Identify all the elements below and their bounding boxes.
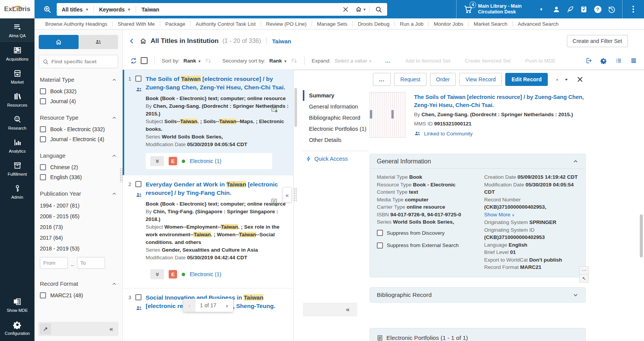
detail-nav-general-information[interactable]: General Information bbox=[303, 101, 369, 112]
view-record-button[interactable]: View Record bbox=[459, 73, 502, 86]
quicklink-review-po-line[interactable]: Review (PO Line) bbox=[266, 21, 307, 27]
cart-button[interactable]: 4 bbox=[463, 5, 473, 14]
push-to-mde-button[interactable]: Push to MDE bbox=[525, 58, 556, 64]
checkbox[interactable] bbox=[377, 242, 383, 249]
facet-search-input[interactable] bbox=[51, 59, 114, 64]
facet-option[interactable]: MARC21 (48) bbox=[40, 290, 117, 300]
result-title[interactable]: Everyday Gender at Work in Taiwan [elect… bbox=[146, 180, 290, 197]
location-chevron-down-icon[interactable]: ▼ bbox=[539, 7, 543, 12]
detail-nav-electronic-portfolios[interactable]: Electronic Portfolios (1) bbox=[303, 124, 369, 134]
active-query[interactable]: Taiwan bbox=[272, 38, 291, 44]
rail-item-acquisitions[interactable]: Acquisitions bbox=[0, 42, 34, 65]
facet-option[interactable]: Book - Electronic (332) bbox=[40, 124, 117, 134]
request-button[interactable]: Request bbox=[394, 73, 426, 86]
electronic-availability-link[interactable]: Electronic (1) bbox=[190, 158, 221, 164]
quicklink-browse-authority-headings[interactable]: Browse Authority Headings bbox=[45, 21, 107, 27]
year-to-input[interactable] bbox=[77, 257, 105, 269]
facet-section-header[interactable]: Resource Type bbox=[40, 114, 117, 121]
more-menu-button[interactable] bbox=[626, 2, 640, 16]
checkbox[interactable] bbox=[40, 126, 46, 132]
current-location[interactable]: Main Library - Main Circulation Desk bbox=[478, 3, 536, 15]
electronic-availability-link[interactable]: Electronic (1) bbox=[190, 271, 221, 277]
quicklink-monitor-jobs[interactable]: Monitor Jobs bbox=[434, 21, 463, 27]
close-panel-icon[interactable] bbox=[577, 76, 583, 83]
facet-option[interactable]: Book (332) bbox=[40, 86, 117, 96]
suppress-from-external-search-checkbox[interactable]: Suppress from External Search bbox=[377, 242, 477, 249]
portfolio-document-icon[interactable] bbox=[271, 104, 278, 112]
export-icon[interactable] bbox=[585, 57, 592, 64]
rail-item-research[interactable]: Research bbox=[0, 111, 34, 134]
bibliographic-record-card[interactable]: Bibliographic Record bbox=[370, 287, 586, 303]
quicklink-market-search[interactable]: Market Search bbox=[474, 21, 508, 27]
panel-more-icon[interactable]: ⋯ bbox=[579, 266, 589, 275]
sort-by-select[interactable]: Rank ▼ bbox=[184, 58, 201, 64]
panel-resize-handle[interactable] bbox=[294, 188, 297, 202]
home-search-icon[interactable] bbox=[140, 38, 147, 45]
facet-year-link[interactable]: 2017 (64) bbox=[40, 232, 117, 243]
facet-year-link[interactable]: 2018 - 2019 (53) bbox=[40, 243, 117, 254]
show-more-link[interactable]: Show More ∨ bbox=[484, 211, 578, 219]
facet-tab-institution[interactable] bbox=[39, 35, 79, 49]
exlibris-logo[interactable]: ExLibris bbox=[0, 0, 34, 18]
checkbox[interactable] bbox=[40, 174, 46, 180]
create-and-filter-set-button[interactable]: Create and Filter Set bbox=[567, 35, 628, 47]
expand-select[interactable]: Select a value ▼ bbox=[335, 58, 372, 64]
checkbox[interactable] bbox=[40, 292, 46, 298]
search-home-scope-icon[interactable]: ▼ bbox=[352, 3, 369, 16]
select-all-checkbox[interactable] bbox=[141, 57, 148, 64]
secondary-sort-select[interactable]: Rank ▼ bbox=[269, 58, 287, 64]
result-item-1[interactable]: 1 The Soils of Taiwan [electronic resour… bbox=[123, 70, 293, 175]
tasks-button[interactable] bbox=[577, 2, 591, 16]
detail-scrollbar-left[interactable] bbox=[294, 88, 297, 127]
rail-item-admin[interactable]: Admin bbox=[0, 180, 34, 203]
search-index-select[interactable]: Keywords▼ bbox=[94, 3, 136, 16]
checkbox[interactable] bbox=[377, 230, 383, 236]
linked-to-community-link[interactable]: Linked to Community bbox=[424, 131, 473, 137]
collapse-detail-nav-icon[interactable]: « bbox=[343, 306, 353, 313]
facet-option[interactable]: English (336) bbox=[40, 172, 117, 182]
year-from-input[interactable] bbox=[40, 257, 68, 269]
detail-scrollbar-right[interactable] bbox=[640, 214, 643, 257]
quicklink-run-a-job[interactable]: Run a Job bbox=[400, 21, 424, 27]
rail-item-show-mde[interactable]: M Show MDE bbox=[0, 293, 34, 316]
result-checkbox[interactable] bbox=[135, 76, 141, 82]
pop-out-icon[interactable]: ↗ bbox=[40, 323, 51, 334]
feedback-button[interactable] bbox=[563, 2, 577, 16]
next-record-icon[interactable] bbox=[564, 77, 569, 82]
collapse-facets-icon[interactable]: « bbox=[107, 325, 116, 333]
rail-item-fulfillment[interactable]: Fulfillment bbox=[0, 157, 34, 180]
detail-nav-summary[interactable]: Summary bbox=[303, 90, 369, 101]
facet-option[interactable]: Chinese (2) bbox=[40, 162, 117, 172]
search-input[interactable] bbox=[136, 3, 338, 16]
facet-option[interactable]: Journal - Electronic (4) bbox=[40, 134, 117, 144]
refresh-icon[interactable] bbox=[130, 58, 137, 64]
history-button[interactable] bbox=[605, 2, 618, 16]
quicklink-drools-debug[interactable]: Drools Debug bbox=[358, 21, 389, 27]
facet-year-link[interactable]: 2016 (73) bbox=[40, 222, 117, 232]
facet-section-header[interactable]: Material Type bbox=[40, 76, 117, 83]
quicklink-advanced-search[interactable]: Advanced Search bbox=[518, 21, 559, 27]
quicklink-shared-with-me[interactable]: Shared With Me bbox=[118, 21, 155, 27]
facet-section-header[interactable]: Language bbox=[40, 152, 117, 159]
search-submit-button[interactable] bbox=[370, 3, 387, 16]
previous-page-button[interactable]: ‹ bbox=[183, 299, 196, 312]
sort-direction-icon[interactable] bbox=[205, 58, 212, 64]
rail-item-configuration[interactable]: Configuration bbox=[0, 316, 34, 341]
rail-item-alma-qa[interactable]: Alma QA bbox=[0, 18, 34, 42]
quicklink-package[interactable]: Package bbox=[165, 21, 186, 27]
checkbox[interactable] bbox=[40, 88, 46, 94]
condensed-view-icon[interactable] bbox=[630, 57, 637, 64]
result-checkbox[interactable] bbox=[135, 294, 141, 300]
rail-item-analytics[interactable]: Analytics bbox=[0, 134, 34, 157]
result-checkbox[interactable] bbox=[135, 181, 141, 187]
rail-item-market[interactable]: Market bbox=[0, 65, 34, 88]
create-itemized-set-button[interactable]: Create Itemized Set bbox=[465, 58, 511, 64]
back-button[interactable] bbox=[128, 37, 136, 45]
previous-record-icon[interactable] bbox=[554, 77, 560, 82]
expand-availability-icon[interactable] bbox=[150, 269, 164, 279]
display-settings-gear-icon[interactable] bbox=[600, 57, 607, 64]
quicklink-manage-sets[interactable]: Manage Sets bbox=[317, 21, 348, 27]
facet-year-link[interactable]: 2008 - 2015 (65) bbox=[40, 211, 117, 222]
help-button[interactable]: ? bbox=[591, 2, 605, 16]
edit-record-button[interactable]: Edit Record bbox=[505, 73, 548, 86]
